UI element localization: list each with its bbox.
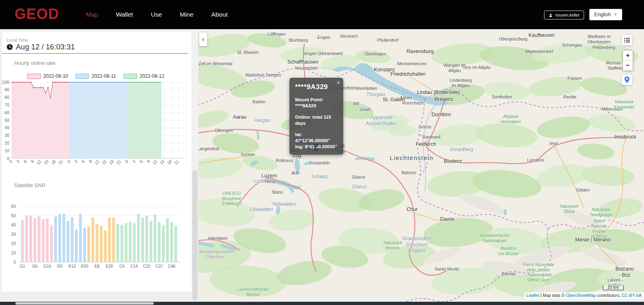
svg-text:R20: R20 — [81, 264, 89, 269]
svg-text:0: 0 — [66, 159, 71, 164]
local-time-value: Aug 12 / 16:03:31 — [16, 43, 75, 51]
popup-online-days: Online: total 115 days — [295, 114, 338, 126]
svg-text:R12: R12 — [68, 264, 76, 269]
svg-text:9: 9 — [88, 159, 93, 164]
svg-text:21: 21 — [115, 159, 122, 166]
svg-text:10: 10 — [4, 148, 9, 153]
svg-text:60: 60 — [11, 204, 16, 209]
svg-text:C6: C6 — [119, 264, 125, 269]
language-label: English — [594, 12, 611, 17]
map-pin-icon — [624, 76, 630, 83]
svg-text:18: 18 — [50, 159, 57, 166]
zoom-control: + − — [623, 50, 633, 71]
popup-pointer — [313, 144, 319, 151]
sidebar-scrollbar[interactable] — [191, 29, 198, 302]
svg-text:18: 18 — [166, 159, 173, 166]
top-navbar: GEOD MapWalletUseMineAbout rouven.keller… — [0, 0, 644, 29]
svg-text:C22: C22 — [143, 264, 151, 269]
svg-text:30: 30 — [4, 133, 9, 138]
svg-text:15: 15 — [101, 159, 108, 166]
svg-text:9: 9 — [146, 159, 151, 164]
nav-item-mine[interactable]: Mine — [180, 11, 193, 18]
svg-text:12: 12 — [94, 159, 100, 166]
stats-sidebar: Local Time Aug 12 / 16:03:31 Hourly onli… — [0, 29, 191, 302]
svg-text:80: 80 — [4, 95, 9, 100]
svg-text:E26: E26 — [106, 264, 113, 269]
map-attribution: Leaflet | Map data © OpenStreetMap contr… — [524, 292, 644, 299]
accent-underline — [2, 53, 188, 54]
osm-link[interactable]: OpenStreetMap — [566, 293, 596, 298]
nav-item-about[interactable]: About — [211, 11, 228, 18]
svg-text:E8: E8 — [95, 264, 100, 269]
svg-text:3: 3 — [73, 159, 79, 164]
svg-text:G19: G19 — [43, 264, 51, 269]
popup-mount-value: ****9A329 — [295, 103, 338, 109]
leaflet-link[interactable]: Leaflet — [527, 293, 540, 298]
nav-item-wallet[interactable]: Wallet — [116, 11, 133, 18]
svg-text:G1: G1 — [20, 264, 26, 269]
svg-text:0: 0 — [124, 159, 129, 164]
close-icon[interactable]: × — [337, 80, 340, 85]
zoom-in-button[interactable]: + — [623, 51, 633, 60]
svg-text:G6: G6 — [32, 264, 38, 269]
svg-text:C37: C37 — [155, 264, 163, 269]
svg-text:40: 40 — [11, 222, 16, 227]
svg-text:20: 20 — [11, 241, 16, 246]
svg-text:30: 30 — [11, 232, 16, 237]
svg-text:15: 15 — [43, 159, 49, 166]
svg-text:6: 6 — [23, 159, 28, 164]
sidebar-scrollbar-thumb[interactable] — [192, 170, 198, 301]
clock-icon — [6, 44, 13, 50]
svg-text:12: 12 — [151, 159, 158, 166]
svg-text:15: 15 — [159, 159, 166, 166]
svg-text:9: 9 — [30, 159, 35, 164]
license-link[interactable]: CC-BY-SA — [622, 293, 642, 298]
page-horizontal-scrollbar[interactable] — [0, 302, 644, 305]
language-selector[interactable]: English ▼ — [589, 9, 622, 20]
map-scale-bar: 20 km — [603, 285, 624, 290]
layers-control-button[interactable] — [622, 35, 632, 45]
svg-text:18: 18 — [108, 159, 115, 166]
sidebar-collapse-button[interactable]: ‹ — [199, 32, 207, 46]
svg-text:0: 0 — [13, 260, 16, 264]
app-screen: GEOD MapWalletUseMineAbout rouven.keller… — [0, 0, 644, 305]
list-icon — [623, 36, 631, 44]
zoom-out-button[interactable]: − — [623, 61, 633, 70]
popup-mount-label: Mount Point: — [295, 97, 338, 103]
nav-item-map[interactable]: Map — [86, 11, 98, 18]
svg-text:6: 6 — [138, 159, 144, 164]
svg-text:50: 50 — [4, 118, 9, 123]
main-nav: MapWalletUseMineAbout — [86, 0, 227, 29]
svg-text:10: 10 — [11, 250, 16, 255]
locate-control-button[interactable] — [622, 75, 632, 85]
local-time-label: Local Time — [6, 38, 28, 43]
user-name-label: rouven.keller — [555, 13, 580, 17]
local-time-row: Aug 12 / 16:03:31 — [6, 43, 75, 51]
hourly-online-rate-chart: 0102030405060708090100036912151821036912… — [0, 78, 191, 199]
user-icon — [548, 13, 553, 17]
svg-text:21: 21 — [57, 159, 64, 166]
svg-text:100: 100 — [2, 80, 9, 85]
snr-chart-title: Satellite SNR — [14, 182, 45, 188]
svg-text:50: 50 — [11, 213, 16, 218]
svg-text:C46: C46 — [168, 264, 176, 269]
popup-latitude: lat: 47°12'36.00000" — [295, 132, 338, 144]
svg-text:0: 0 — [8, 159, 13, 164]
page-horizontal-scrollbar-thumb[interactable] — [15, 302, 154, 305]
app-logo: GEOD — [15, 6, 59, 23]
svg-text:21: 21 — [173, 159, 180, 166]
svg-text:C16: C16 — [131, 264, 138, 269]
hourly-chart-title: Hourly online rate — [14, 60, 55, 66]
svg-text:R3: R3 — [57, 264, 62, 269]
satellite-snr-chart: 0102030405060G1G6G19R3R12R20E8E26C6C16C2… — [0, 199, 191, 274]
nav-item-use[interactable]: Use — [151, 11, 162, 18]
svg-text:90: 90 — [4, 87, 9, 92]
svg-text:3: 3 — [131, 159, 136, 164]
user-account-button[interactable]: rouven.keller — [544, 11, 584, 19]
leaflet-map[interactable]: LöffingenBlumbergEngenStockachPfullendor… — [198, 29, 644, 302]
svg-text:12: 12 — [35, 159, 42, 166]
svg-text:20: 20 — [4, 141, 9, 145]
svg-text:40: 40 — [4, 125, 9, 130]
svg-text:70: 70 — [4, 102, 9, 107]
svg-text:60: 60 — [4, 110, 9, 115]
